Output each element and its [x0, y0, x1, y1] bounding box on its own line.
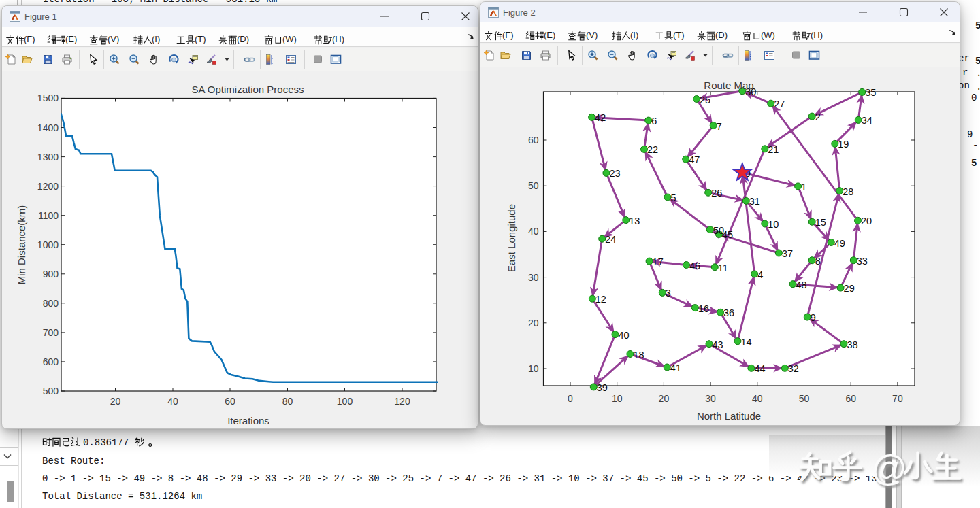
- svg-text:4: 4: [757, 269, 763, 280]
- svg-text:60: 60: [225, 396, 235, 407]
- svg-text:19: 19: [838, 139, 849, 150]
- svg-text:23: 23: [609, 168, 620, 179]
- svg-text:40: 40: [752, 393, 763, 404]
- svg-text:10: 10: [768, 219, 779, 230]
- svg-text:31: 31: [749, 196, 760, 207]
- svg-text:120: 120: [394, 396, 410, 407]
- svg-text:46: 46: [689, 260, 700, 271]
- svg-text:50: 50: [799, 393, 810, 404]
- svg-text:17: 17: [653, 256, 664, 267]
- svg-text:26: 26: [711, 188, 722, 199]
- svg-text:21: 21: [768, 144, 779, 155]
- svg-text:80: 80: [282, 396, 293, 407]
- svg-text:18: 18: [633, 350, 644, 360]
- svg-text:47: 47: [689, 154, 700, 165]
- svg-text:10: 10: [612, 393, 623, 404]
- svg-text:1300: 1300: [37, 152, 59, 163]
- svg-text:3: 3: [666, 288, 671, 299]
- svg-text:24: 24: [605, 234, 616, 245]
- svg-text:48: 48: [796, 280, 807, 290]
- svg-text:14: 14: [740, 337, 751, 348]
- svg-text:16: 16: [698, 303, 709, 314]
- svg-text:Iterations: Iterations: [227, 415, 270, 426]
- svg-text:40: 40: [167, 396, 178, 407]
- svg-text:1000: 1000: [37, 239, 59, 250]
- svg-text:50: 50: [713, 225, 724, 236]
- svg-text:43: 43: [713, 339, 723, 350]
- svg-text:10: 10: [528, 363, 539, 374]
- svg-text:29: 29: [844, 283, 855, 294]
- svg-text:41: 41: [670, 362, 681, 373]
- svg-text:12: 12: [595, 294, 606, 305]
- svg-text:800: 800: [43, 298, 59, 309]
- svg-text:5: 5: [670, 192, 676, 203]
- svg-text:13: 13: [629, 216, 640, 226]
- svg-text:900: 900: [43, 269, 59, 280]
- svg-text:60: 60: [845, 393, 856, 404]
- svg-text:1200: 1200: [37, 181, 59, 192]
- svg-text:Route Map: Route Map: [704, 80, 753, 91]
- svg-text:35: 35: [865, 87, 876, 98]
- svg-text:40: 40: [528, 226, 539, 237]
- svg-text:37: 37: [782, 248, 793, 259]
- svg-text:30: 30: [528, 272, 539, 283]
- svg-text:50: 50: [528, 180, 539, 191]
- svg-text:22: 22: [647, 144, 658, 155]
- svg-text:@: @: [871, 448, 907, 488]
- svg-text:15: 15: [815, 217, 826, 228]
- svg-text:700: 700: [43, 327, 59, 338]
- svg-text:11: 11: [718, 263, 728, 273]
- svg-text:North Latitude: North Latitude: [697, 410, 761, 422]
- svg-text:9: 9: [811, 312, 816, 323]
- svg-text:1100: 1100: [38, 210, 59, 221]
- svg-text:100: 100: [337, 396, 353, 407]
- svg-text:44: 44: [754, 363, 765, 374]
- svg-text:27: 27: [774, 99, 785, 109]
- svg-text:8: 8: [815, 256, 821, 267]
- svg-text:25: 25: [700, 95, 710, 105]
- svg-text:60: 60: [528, 135, 539, 146]
- svg-text:East Longitude: East Longitude: [506, 204, 517, 272]
- svg-text:6: 6: [651, 116, 657, 126]
- svg-text:33: 33: [857, 256, 868, 267]
- svg-text:500: 500: [43, 386, 59, 396]
- svg-text:0: 0: [568, 393, 573, 404]
- svg-text:49: 49: [834, 238, 845, 249]
- svg-text:20: 20: [861, 216, 872, 226]
- svg-text:39: 39: [597, 382, 608, 393]
- svg-text:20: 20: [110, 396, 121, 407]
- svg-text:1: 1: [801, 182, 806, 192]
- svg-text:20: 20: [659, 393, 670, 404]
- svg-text:28: 28: [843, 186, 853, 197]
- svg-text:600: 600: [43, 356, 59, 367]
- svg-text:38: 38: [847, 339, 858, 350]
- svg-text:30: 30: [705, 393, 716, 404]
- svg-text:1400: 1400: [37, 122, 59, 133]
- svg-text:32: 32: [788, 363, 799, 374]
- svg-text:36: 36: [723, 307, 734, 318]
- svg-text:70: 70: [892, 393, 903, 404]
- svg-text:7: 7: [717, 121, 722, 132]
- svg-text:42: 42: [595, 112, 606, 123]
- svg-text:40: 40: [619, 330, 630, 341]
- svg-text:SA Optimization Process: SA Optimization Process: [191, 84, 304, 95]
- svg-text:2: 2: [815, 112, 821, 122]
- svg-text:34: 34: [862, 115, 872, 126]
- svg-text:20: 20: [528, 318, 539, 328]
- svg-text:1500: 1500: [37, 92, 59, 103]
- svg-text:Min Distance(km): Min Distance(km): [16, 205, 27, 285]
